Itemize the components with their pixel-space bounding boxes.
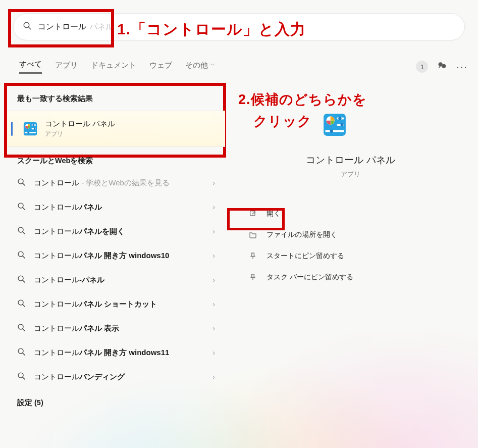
chevron-right-icon: ›: [213, 324, 215, 332]
suggestion-row[interactable]: コントロールパネル ショートカット›: [7, 292, 225, 316]
best-match-subtitle: アプリ: [45, 130, 115, 138]
suggestion-label: コントロールバンディング: [34, 372, 204, 382]
detail-subtitle: アプリ: [341, 170, 360, 179]
tab-more-label: その他: [185, 61, 208, 70]
best-match-title: コントロール パネル: [45, 119, 115, 129]
annotation-box-3: [227, 208, 285, 230]
action-pin-to-taskbar[interactable]: タスク バーにピン留めする: [240, 267, 461, 288]
search-icon: [17, 202, 26, 212]
school-web-header: スクールとWebを検索: [7, 147, 225, 171]
tab-documents[interactable]: ドキュメント: [91, 61, 136, 73]
chevron-right-icon: ›: [213, 179, 215, 187]
suggestion-row[interactable]: コントロールバンディング›: [7, 365, 225, 389]
annotation-text-2: 2.候補のどちらかを クリック: [238, 89, 367, 132]
chevron-right-icon: ›: [213, 252, 215, 260]
chevron-right-icon: ›: [213, 203, 215, 211]
selection-indicator: [11, 122, 13, 136]
search-icon: [17, 323, 26, 333]
chevron-right-icon: ›: [213, 227, 215, 235]
detail-pane: 2.候補のどちらかを クリック コントロール パネル アプリ 開く: [225, 85, 466, 448]
chevron-right-icon: ›: [213, 300, 215, 308]
control-panel-icon: [23, 121, 38, 136]
action-pin-start-label: スタートにピン留めする: [267, 252, 344, 261]
results-column: 最も一致する検索結果 コントロール パネル アプリ スクールとWebを検索 コン…: [7, 85, 225, 448]
chevron-right-icon: ›: [213, 373, 215, 381]
suggestion-label: コントロールパネル 表示: [34, 324, 204, 333]
suggestion-row[interactable]: コントロールパネル›: [7, 195, 225, 219]
suggestion-label: コントロールパネル: [34, 203, 204, 212]
search-icon: [17, 178, 26, 188]
search-category-tabs: すべて アプリ ドキュメント ウェブ その他 ﹀ 1 ···: [19, 57, 468, 77]
pin-icon: [248, 273, 257, 282]
action-open-location-label: ファイルの場所を開く: [267, 230, 337, 239]
best-match-item[interactable]: コントロール パネル アプリ: [7, 111, 225, 147]
search-icon: [17, 299, 26, 309]
chevron-right-icon: ›: [213, 276, 215, 284]
annotation-text-1: 1.「コントロール」と入力: [117, 19, 306, 40]
suggestion-label: コントロール-パネル: [34, 275, 204, 285]
tab-more[interactable]: その他 ﹀: [185, 61, 215, 73]
suggestion-list: コントロール - 学校とWebの結果を見る›コントロールパネル›コントロールパネ…: [7, 171, 225, 389]
annotation-control-panel-icon: [322, 112, 347, 139]
chat-icon[interactable]: [437, 61, 447, 73]
search-icon: [17, 275, 26, 285]
suggestion-label: コントロールパネル ショートカット: [34, 300, 204, 309]
suggestion-row[interactable]: コントロール - 学校とWebの結果を見る›: [7, 171, 225, 195]
folder-icon: [248, 230, 257, 239]
search-icon: [17, 372, 26, 382]
chevron-right-icon: ›: [213, 349, 215, 357]
suggestion-row[interactable]: コントロールパネル 表示›: [7, 316, 225, 340]
search-icon: [17, 226, 26, 236]
suggestion-row[interactable]: コントロールパネル 開き方 windows11›: [7, 340, 225, 365]
tab-apps[interactable]: アプリ: [55, 61, 78, 73]
more-icon[interactable]: ···: [456, 61, 468, 73]
suggestion-label: コントロールパネル 開き方 windows11: [34, 348, 204, 358]
action-pin-to-start[interactable]: スタートにピン留めする: [240, 245, 461, 267]
tab-all[interactable]: すべて: [19, 60, 42, 74]
suggestion-label: コントロール - 学校とWebの結果を見る: [34, 178, 204, 188]
notifications-badge[interactable]: 1: [416, 61, 428, 73]
chevron-down-icon: ﹀: [210, 62, 215, 69]
search-icon: [17, 347, 26, 358]
suggestion-row[interactable]: コントロールパネル 開き方 windows10›: [7, 243, 225, 268]
action-pin-taskbar-label: タスク バーにピン留めする: [267, 273, 353, 282]
suggestion-label: コントロールパネルを開く: [34, 227, 204, 236]
settings-header: 設定 (5): [7, 389, 225, 413]
suggestion-row[interactable]: コントロールパネルを開く›: [7, 219, 225, 243]
tab-web[interactable]: ウェブ: [149, 61, 172, 73]
best-match-header: 最も一致する検索結果: [7, 85, 225, 111]
suggestion-row[interactable]: コントロール-パネル›: [7, 268, 225, 292]
suggestion-label: コントロールパネル 開き方 windows10: [34, 251, 204, 261]
detail-title: コントロール パネル: [306, 154, 395, 167]
pin-icon: [248, 252, 257, 261]
annotation-box-1: [8, 9, 114, 47]
search-icon: [17, 251, 26, 261]
